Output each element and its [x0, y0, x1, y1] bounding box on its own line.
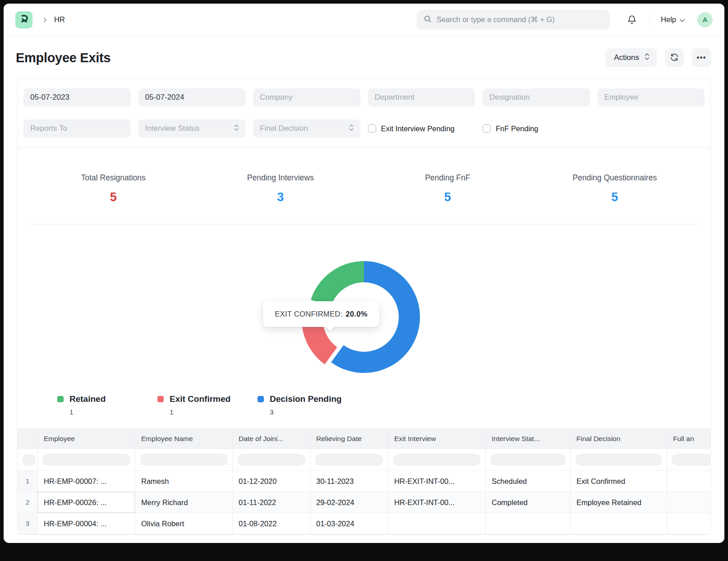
reports-to-filter[interactable]: Reports To [23, 120, 131, 138]
column-filter-input[interactable] [490, 454, 566, 466]
table-cell[interactable]: Exit Confirmed [571, 471, 667, 492]
table-cell[interactable]: HR-EXIT-INT-00... [388, 492, 486, 513]
legend-item-decision-pending[interactable]: Decision Pending3 [258, 394, 341, 416]
topbar-divider [650, 13, 650, 27]
employee-filter[interactable]: Employee [598, 88, 705, 106]
row-number-cell: 3 [18, 513, 38, 534]
column-filter-input[interactable] [393, 454, 481, 466]
breadcrumb[interactable]: HR [54, 15, 65, 24]
interview-status-select-text: Interview Status [145, 124, 200, 133]
stat-value: 5 [364, 190, 531, 204]
column-header[interactable]: Date of Joini... [233, 428, 310, 449]
legend-item-retained[interactable]: Retained1 [57, 394, 157, 416]
column-filter-input[interactable] [575, 454, 662, 466]
column-filter-input[interactable] [22, 454, 36, 466]
column-header[interactable]: Interview Stat... [486, 428, 571, 449]
refresh-button[interactable] [665, 48, 684, 67]
final-decision-select[interactable]: Final Decision [253, 120, 360, 138]
chevron-right-icon [42, 17, 48, 23]
table-cell[interactable]: HR-EMP-00007: ... [38, 471, 135, 492]
to-date-input-text: 05-07-2024 [145, 93, 184, 102]
legend-swatch [57, 396, 64, 402]
column-header[interactable]: Employee Name [135, 428, 233, 449]
stat-value: 5 [30, 190, 197, 204]
stat-card: Pending Interviews3 [197, 173, 364, 204]
table-cell[interactable]: Ramesh [135, 471, 233, 492]
stat-value: 5 [531, 190, 699, 204]
actions-button[interactable]: Actions [605, 48, 657, 67]
column-header[interactable]: Full an [667, 428, 710, 449]
column-filter-cell [571, 449, 667, 471]
company-filter-text: Company [260, 93, 293, 102]
column-header[interactable]: Exit Interview [388, 428, 486, 449]
column-filter-input[interactable] [315, 454, 383, 466]
table-cell[interactable] [667, 513, 710, 534]
help-menu[interactable]: Help [661, 15, 685, 24]
from-date-input[interactable]: 05-07-2023 [23, 88, 131, 106]
row-number-cell: 2 [18, 492, 38, 513]
table-cell[interactable]: 01-08-2022 [233, 513, 310, 534]
chart-legend: Retained1Exit Confirmed1Decision Pending… [57, 394, 710, 416]
table-cell[interactable]: Scheduled [486, 471, 571, 492]
column-header[interactable]: Final Decision [571, 428, 667, 449]
stat-card: Total Resignations5 [30, 173, 197, 204]
table-row[interactable]: 2HR-EMP-00026: ...Merry Richard01-11-202… [18, 492, 710, 513]
column-header[interactable]: Employee [38, 428, 135, 449]
legend-item-exit-confirmed[interactable]: Exit Confirmed1 [157, 394, 258, 416]
table-cell[interactable]: HR-EMP-00026: ... [38, 492, 135, 513]
legend-item-head: Exit Confirmed [157, 394, 258, 404]
hr-app-logo-icon [19, 14, 29, 26]
table-cell[interactable]: Olivia Robert [135, 513, 233, 534]
stat-card: Pending FnF5 [364, 173, 531, 204]
table-cell[interactable]: HR-EXIT-INT-00... [388, 471, 486, 492]
stat-label: Total Resignations [30, 173, 197, 183]
stat-label: Pending Questionnaires [531, 173, 699, 183]
column-header[interactable]: Relieving Date [310, 428, 388, 449]
column-filter-input[interactable] [140, 454, 228, 466]
designation-filter[interactable]: Designation [483, 88, 590, 106]
updown-chevron-icon [234, 124, 239, 133]
table-cell[interactable] [667, 492, 710, 513]
stat-label: Pending Interviews [197, 173, 364, 183]
table-cell[interactable] [388, 513, 486, 534]
user-avatar[interactable]: A [697, 12, 713, 28]
employee-filter-text: Employee [604, 93, 639, 102]
checkbox-cell-0: Exit Interview Pending [368, 120, 475, 138]
table-row[interactable]: 1HR-EMP-00007: ...Ramesh01-12-202030-11-… [18, 471, 710, 492]
notifications-bell-icon[interactable] [627, 15, 637, 25]
search-input[interactable]: Search or type a command (⌘ + G) [417, 10, 610, 30]
more-menu-button[interactable]: ••• [692, 48, 711, 67]
table-cell[interactable]: 29-02-2024 [310, 492, 388, 513]
department-filter[interactable]: Department [368, 88, 475, 106]
search-placeholder: Search or type a command (⌘ + G) [437, 15, 555, 24]
table-cell[interactable]: HR-EMP-00004: ... [38, 513, 135, 534]
legend-value: 3 [270, 408, 341, 416]
table-cell[interactable]: 30-11-2023 [310, 471, 388, 492]
company-filter[interactable]: Company [253, 88, 360, 106]
row-number-cell: 1 [18, 471, 38, 492]
column-filter-input[interactable] [42, 454, 130, 466]
table-cell[interactable]: Completed [486, 492, 571, 513]
table-cell[interactable]: 01-11-2022 [233, 492, 310, 513]
app-logo[interactable] [15, 11, 32, 28]
table-cell[interactable] [486, 513, 571, 534]
table-cell[interactable] [667, 471, 710, 492]
table-row[interactable]: 3HR-EMP-00004: ...Olivia Robert01-08-202… [18, 513, 710, 534]
checkbox-exit-interview-pending[interactable] [368, 124, 376, 133]
column-filter-input[interactable] [237, 454, 305, 466]
checkbox-fnf-pending[interactable] [483, 124, 491, 133]
page-title: Employee Exits [16, 51, 605, 65]
interview-status-select[interactable]: Interview Status [138, 120, 246, 138]
column-filter-input[interactable] [672, 454, 710, 466]
table-cell[interactable]: Merry Richard [135, 492, 233, 513]
table-cell[interactable]: 01-03-2024 [310, 513, 388, 534]
legend-label: Retained [69, 394, 106, 404]
topbar: HR Search or type a command (⌘ + G) Help… [4, 4, 724, 36]
avatar-initial: A [703, 16, 708, 23]
to-date-input[interactable]: 05-07-2024 [138, 88, 246, 106]
table-cell[interactable]: 01-12-2020 [233, 471, 310, 492]
table-cell[interactable] [571, 513, 667, 534]
donut-segment-retained[interactable] [311, 261, 364, 306]
column-filter-cell [233, 449, 310, 471]
table-cell[interactable]: Employee Retained [571, 492, 667, 513]
